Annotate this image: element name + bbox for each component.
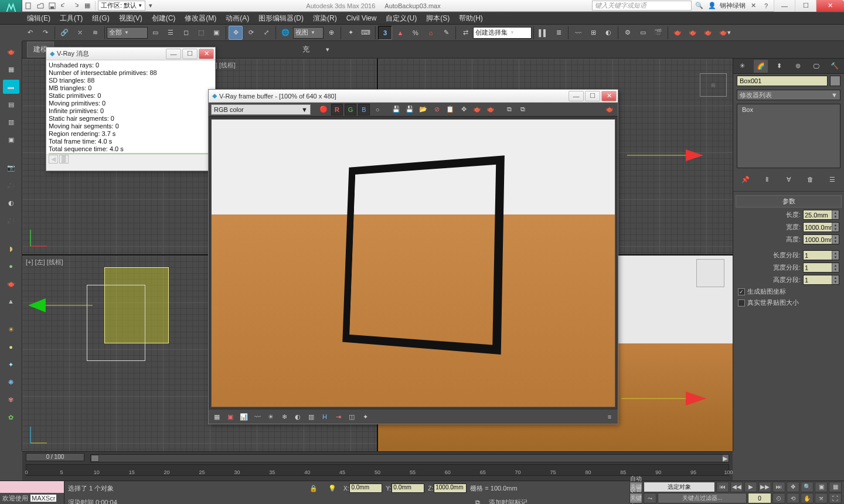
vfb-render-canvas[interactable] bbox=[211, 119, 615, 407]
lseg-spinner[interactable]: 1▲▼ bbox=[803, 250, 839, 260]
leaf-tool-icon[interactable]: ✿ bbox=[3, 410, 19, 424]
schematic-view-icon[interactable]: ⊞ bbox=[586, 26, 600, 40]
redo-icon[interactable]: ↷ bbox=[38, 26, 52, 40]
qa-redo-icon[interactable] bbox=[70, 1, 81, 11]
modify-tab-icon[interactable]: 🌈 bbox=[754, 60, 768, 73]
halfdome-tool-icon[interactable]: ◗ bbox=[3, 241, 19, 256]
close-button[interactable]: ✕ bbox=[601, 91, 617, 101]
spinner-snap-icon[interactable]: ⌂ bbox=[424, 26, 438, 40]
vfb-green-channel-icon[interactable]: G bbox=[345, 104, 356, 115]
configure-sets-icon[interactable]: ☰ bbox=[825, 172, 839, 186]
vfb-save-icon[interactable]: 💾 bbox=[390, 104, 402, 115]
nav-zoom-all-icon[interactable]: ▦ bbox=[829, 482, 842, 492]
solid-tool-icon[interactable]: ▣ bbox=[3, 132, 19, 147]
close-button[interactable]: ✕ bbox=[816, 0, 844, 12]
modifier-stack[interactable]: Box bbox=[737, 104, 840, 168]
scale-icon[interactable]: ⤢ bbox=[259, 26, 273, 40]
show-end-result-icon[interactable]: Ⅱ bbox=[760, 172, 774, 186]
maximize-button[interactable]: ☐ bbox=[585, 91, 600, 101]
vfb-exposure-icon[interactable]: ☀ bbox=[265, 411, 277, 423]
vfb-red-channel-icon[interactable]: R bbox=[331, 104, 343, 115]
minimize-button[interactable]: — bbox=[774, 0, 795, 12]
unlink-icon[interactable]: ⤫ bbox=[73, 26, 87, 40]
keyboard-shortcut-icon[interactable]: ⌨ bbox=[359, 26, 373, 40]
vfb-saveall-icon[interactable]: 💾 bbox=[404, 104, 416, 115]
material-editor-icon[interactable]: ◐ bbox=[601, 26, 615, 40]
time-ruler[interactable]: 0510152025303540455055606570758085909510… bbox=[26, 464, 729, 476]
camera-tool-icon[interactable]: 📷 bbox=[3, 161, 19, 175]
goto-start-icon[interactable]: ⏮ bbox=[716, 482, 729, 492]
anim-layers-label[interactable] bbox=[0, 481, 64, 493]
teapot-tool-icon[interactable]: 🫖 bbox=[3, 45, 19, 59]
link-icon[interactable]: 🔗 bbox=[57, 26, 72, 40]
menu-grapheditors[interactable]: 图形编辑器(D) bbox=[254, 12, 308, 25]
search-icon[interactable]: 🔍 bbox=[694, 1, 705, 11]
wseg-spinner[interactable]: 1▲▼ bbox=[803, 263, 839, 273]
sparkles-tool-icon[interactable]: ❋ bbox=[3, 375, 19, 389]
sphere3-tool-icon[interactable]: ◐ bbox=[3, 196, 19, 210]
vfb-curve-icon[interactable]: 〰 bbox=[251, 411, 263, 423]
object-color-swatch[interactable] bbox=[830, 76, 840, 86]
mirror-icon[interactable]: ⇄ bbox=[458, 26, 472, 40]
menu-civilview[interactable]: Civil View bbox=[342, 13, 382, 23]
board-tool-icon[interactable]: ▤ bbox=[3, 97, 19, 111]
qa-save-icon[interactable] bbox=[47, 1, 57, 11]
utilities-tab-icon[interactable]: 🔨 bbox=[828, 60, 842, 73]
menu-animation[interactable]: 动画(A) bbox=[221, 12, 254, 25]
qa-undo-icon[interactable] bbox=[59, 1, 69, 11]
snap-toggle-icon[interactable]: 3 bbox=[378, 26, 392, 40]
close-button[interactable]: ✕ bbox=[199, 49, 214, 59]
qa-new-icon[interactable] bbox=[23, 1, 34, 11]
vfb-levels-icon[interactable]: 📊 bbox=[238, 411, 250, 423]
real-world-checkbox[interactable] bbox=[738, 299, 745, 307]
menu-tools[interactable]: 工具(T) bbox=[55, 12, 87, 25]
add-time-tag[interactable]: 添加时间标记 bbox=[489, 498, 528, 505]
prev-frame-icon[interactable]: ◀◀ bbox=[730, 482, 743, 492]
lock-selection-icon[interactable]: 🔒 bbox=[307, 481, 321, 495]
minimize-button[interactable]: — bbox=[166, 49, 181, 59]
plane-tool-icon[interactable]: ▬ bbox=[3, 80, 19, 94]
edit-named-sel-icon[interactable]: ✎ bbox=[439, 26, 453, 40]
vfb-rgb-icon[interactable]: 🔴 bbox=[318, 104, 329, 115]
select-crossing-icon[interactable]: ▣ bbox=[209, 26, 223, 40]
render-iterative-icon[interactable]: 🫖 bbox=[686, 26, 700, 40]
vfb-expand-icon[interactable]: ≡ bbox=[604, 411, 615, 423]
vfb-stereo-icon[interactable]: ◫ bbox=[346, 411, 358, 423]
stack-item[interactable]: Box bbox=[740, 105, 838, 114]
select-manip-icon[interactable]: ✦ bbox=[343, 26, 358, 40]
coord-x-input[interactable]: 0.0mm bbox=[349, 483, 382, 493]
maximize-button[interactable]: ☐ bbox=[182, 49, 198, 59]
object-name-input[interactable] bbox=[737, 76, 828, 86]
vfb-huesat-icon[interactable]: ◐ bbox=[292, 411, 304, 423]
sun-tool-icon[interactable]: ☀ bbox=[3, 322, 19, 336]
menu-maxscript[interactable]: 脚本(S) bbox=[421, 12, 454, 25]
time-tag-icon[interactable]: ⧉ bbox=[471, 495, 485, 504]
gen-map-checkbox[interactable]: ✓ bbox=[738, 288, 745, 295]
time-slider[interactable]: ▶ bbox=[90, 454, 729, 462]
vfb-trackmouse-icon[interactable]: ✥ bbox=[458, 104, 469, 115]
width-spinner[interactable]: 1000.0mm▲▼ bbox=[803, 222, 839, 232]
render-preset-icon[interactable]: 🫖▾ bbox=[716, 26, 734, 40]
current-frame-input[interactable]: 0 bbox=[748, 493, 771, 503]
minimize-button[interactable]: — bbox=[569, 91, 584, 101]
swirl-tool-icon[interactable]: ✾ bbox=[3, 393, 19, 407]
remove-modifier-icon[interactable]: 🗑 bbox=[804, 172, 818, 186]
modifier-list-combo[interactable]: 修改器列表▼ bbox=[737, 90, 840, 100]
motion-tab-icon[interactable]: ⊚ bbox=[791, 60, 805, 73]
render-icon[interactable]: 🫖 bbox=[671, 26, 685, 40]
menu-group[interactable]: 组(G) bbox=[87, 12, 114, 25]
viewcube-icon[interactable] bbox=[696, 259, 724, 287]
key-filters-button[interactable]: 关键点过滤器... bbox=[658, 493, 747, 503]
time-slider-thumb[interactable] bbox=[91, 455, 99, 462]
vfb-compare-v-icon[interactable]: ⇥ bbox=[332, 411, 344, 423]
menu-modifiers[interactable]: 修改器(M) bbox=[180, 12, 221, 25]
curve-editor-icon[interactable]: 〰 bbox=[571, 26, 585, 40]
display-tab-icon[interactable]: 🖵 bbox=[809, 60, 823, 73]
make-unique-icon[interactable]: ∀ bbox=[782, 172, 796, 186]
vfb-pixel-info-icon[interactable]: ▦ bbox=[211, 411, 223, 423]
layers-icon[interactable]: ≣ bbox=[552, 26, 566, 40]
vfb-whitebalance-icon[interactable]: ❄ bbox=[278, 411, 290, 423]
play-icon[interactable]: ▶ bbox=[744, 482, 757, 492]
vfb-load-icon[interactable]: 📂 bbox=[417, 104, 429, 115]
qa-project-icon[interactable]: ▦ bbox=[82, 1, 93, 11]
